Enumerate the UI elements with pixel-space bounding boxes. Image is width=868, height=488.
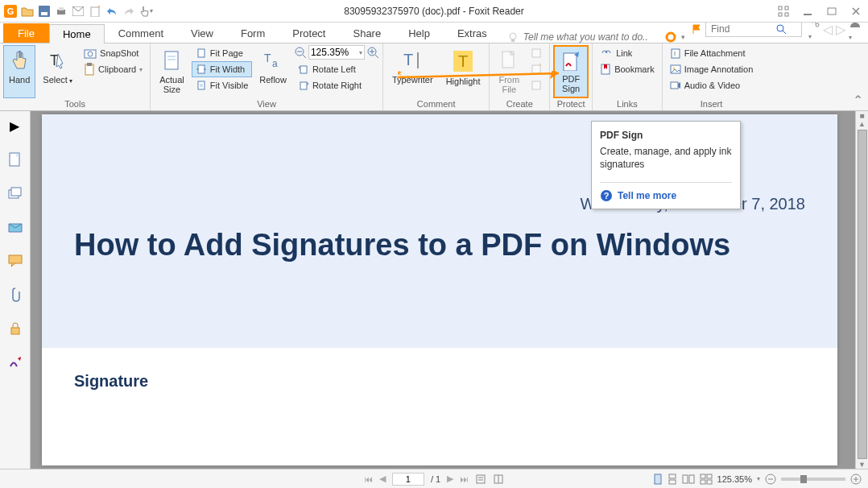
image-annotation-button[interactable]: Image Annotation [666, 61, 758, 77]
svg-text:*: * [97, 6, 101, 12]
svg-text:T: T [264, 52, 271, 64]
donut-icon[interactable] [665, 31, 676, 43]
zoom-slider[interactable] [781, 478, 845, 481]
tab-view[interactable]: View [177, 23, 227, 43]
rotate-right-button[interactable]: Rotate Right [294, 77, 379, 93]
svg-rect-84 [701, 480, 705, 484]
prev-result-icon[interactable]: ◁ [823, 22, 833, 37]
tab-home[interactable]: Home [49, 24, 105, 43]
open-icon[interactable] [20, 4, 35, 19]
reflow-button[interactable]: Ta Reflow [254, 45, 292, 98]
page-input[interactable] [392, 473, 424, 486]
actual-size-button[interactable]: Actual Size [154, 45, 190, 98]
window-title: 83095932375970 (doc).pdf - Foxit Reader [344, 6, 523, 17]
close-icon[interactable] [847, 4, 865, 19]
highlight-button[interactable]: T Highlight [440, 45, 486, 98]
tellme-input[interactable] [523, 31, 660, 43]
print-icon[interactable] [54, 4, 68, 19]
viewmode-continuous-icon[interactable] [668, 474, 677, 485]
create-opt2[interactable]: * [527, 61, 546, 77]
collapse-ribbon-icon[interactable]: ⌃ [853, 93, 863, 108]
hand-button[interactable]: Hand [3, 45, 35, 98]
audio-video-button[interactable]: Audio & Video [666, 77, 758, 93]
pdf-sign-tooltip: PDF Sign Create, manage, and apply ink s… [591, 121, 741, 209]
svg-rect-9 [779, 6, 782, 10]
viewmode-single-icon[interactable] [653, 474, 663, 485]
svg-text:?: ? [604, 191, 610, 201]
tab-share[interactable]: Share [339, 23, 395, 43]
group-insert-label: Insert [666, 98, 758, 110]
snapshot-button[interactable]: SnapShot [80, 45, 147, 61]
from-file-button[interactable]: From File [493, 45, 525, 98]
fit-visible-button[interactable]: Fit Visible [192, 77, 252, 93]
new-icon[interactable]: * [88, 4, 102, 19]
next-result-icon[interactable]: ▷ [836, 22, 845, 37]
sidebar-security-icon[interactable] [6, 319, 25, 338]
email-icon[interactable] [71, 4, 85, 19]
ribbon-options-icon[interactable] [775, 4, 792, 19]
typewriter-label: Typewriter [392, 75, 433, 85]
svg-rect-14 [828, 8, 836, 14]
reading-mode1-icon[interactable] [475, 474, 486, 485]
zoom-out-icon[interactable] [294, 46, 307, 59]
tab-comment[interactable]: Comment [105, 23, 177, 43]
svg-text:a: a [272, 58, 278, 69]
sidebar-comments-icon[interactable] [6, 251, 25, 271]
prev-page-icon[interactable]: ◀ [379, 474, 386, 484]
create-opt1[interactable] [527, 45, 546, 61]
sidebar-signatures-icon[interactable] [6, 353, 25, 372]
zoom-in-icon[interactable] [366, 46, 379, 59]
svg-rect-46 [300, 82, 307, 89]
search-icon[interactable] [775, 23, 787, 35]
reading-mode2-icon[interactable] [493, 474, 504, 485]
create-opt3[interactable] [527, 77, 546, 93]
sidebar-layers-icon[interactable] [6, 184, 25, 203]
svg-rect-45 [300, 66, 307, 73]
tooltip-link[interactable]: ? Tell me more [600, 182, 732, 202]
tab-protect[interactable]: Protect [279, 23, 339, 43]
svg-rect-32 [198, 49, 205, 57]
viewmode-facing-icon[interactable] [682, 474, 695, 485]
svg-rect-10 [785, 6, 788, 10]
select-button[interactable]: T Select ▾ [37, 45, 78, 98]
tab-form[interactable]: Form [227, 23, 279, 43]
sidebar-pages-icon[interactable] [6, 150, 25, 169]
first-page-icon[interactable]: ⏮ [364, 474, 373, 484]
rotate-left-button[interactable]: Rotate Left [294, 61, 379, 77]
file-tab[interactable]: File [3, 23, 49, 43]
link-button[interactable]: Link [596, 45, 659, 61]
svg-rect-3 [41, 12, 48, 15]
save-icon[interactable] [37, 4, 52, 19]
svg-rect-77 [655, 474, 661, 484]
typewriter-button[interactable]: T Typewriter [386, 45, 439, 98]
sidebar-bookmarks-icon[interactable] [6, 217, 25, 237]
svg-text:T: T [403, 51, 413, 68]
vertical-scrollbar[interactable]: ■ ▲ ▼ [855, 111, 868, 469]
hand-label: Hand [9, 75, 30, 85]
flag-icon[interactable] [691, 23, 702, 35]
zoom-out-status-icon[interactable] [765, 474, 776, 485]
viewmode-continuous-facing-icon[interactable] [700, 474, 713, 485]
file-attachment-button[interactable]: File Attachment [666, 45, 758, 61]
sidebar-expand-icon[interactable]: ▶ [5, 116, 24, 135]
tab-help[interactable]: Help [395, 23, 444, 43]
reflow-label: Reflow [259, 75, 287, 85]
bookmark-button[interactable]: Bookmark [596, 61, 659, 77]
tab-extras[interactable]: Extras [444, 23, 501, 43]
last-page-icon[interactable]: ⏭ [460, 474, 469, 484]
sidebar-attachments-icon[interactable] [6, 285, 25, 304]
minimize-icon[interactable] [799, 4, 816, 19]
undo-icon[interactable] [105, 4, 119, 19]
find-input[interactable] [711, 23, 775, 35]
touch-icon[interactable]: ▾ [138, 4, 153, 19]
zoom-in-status-icon[interactable] [850, 474, 862, 485]
find-box[interactable] [705, 21, 802, 37]
clipboard-button[interactable]: Clipboard▾ [80, 61, 147, 77]
redo-icon[interactable] [122, 4, 136, 19]
zoom-value[interactable]: 125.35%▾ [308, 45, 365, 60]
fit-page-button[interactable]: Fit Page [192, 45, 252, 61]
pdf-sign-button[interactable]: PDF Sign [553, 45, 589, 98]
maximize-icon[interactable] [823, 4, 841, 19]
next-page-icon[interactable]: ▶ [447, 474, 453, 484]
fit-width-button[interactable]: Fit Width [192, 61, 252, 77]
